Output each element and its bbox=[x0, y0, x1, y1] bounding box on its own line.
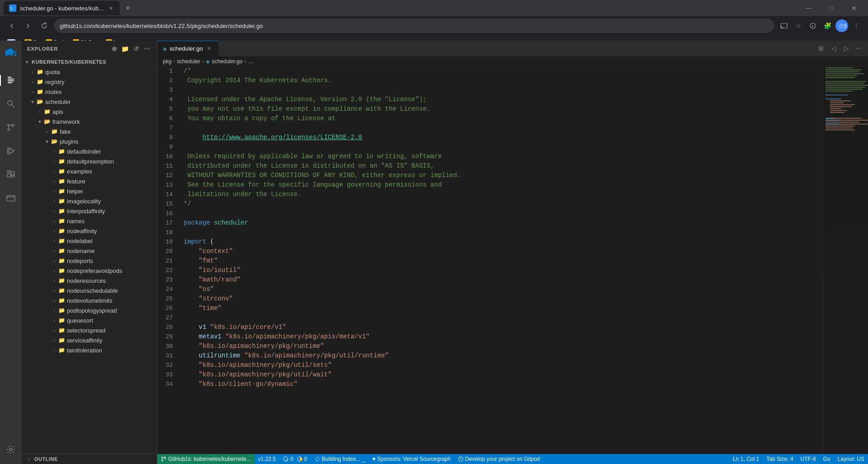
status-building[interactable]: Building Index... _ bbox=[311, 454, 369, 464]
tree-root[interactable]: ▼ KUBERNETES/KUBERNETES bbox=[22, 57, 157, 67]
tree-item-feature[interactable]: › 📁 feature bbox=[22, 176, 157, 186]
new-file-button[interactable]: ⊕ bbox=[110, 44, 119, 53]
extensions-button[interactable]: 🧩 bbox=[821, 19, 834, 32]
activity-search[interactable] bbox=[0, 93, 22, 115]
url-bar[interactable]: github1s.com/kubernetes/kubernetes/blob/… bbox=[54, 19, 774, 33]
tree-item-defaultbinder[interactable]: › 📁 defaultbinder bbox=[22, 146, 157, 156]
tree-item-scheduler[interactable]: ▼ 📂 scheduler bbox=[22, 97, 157, 107]
breadcrumb-file[interactable]: ◈ scheduler.go bbox=[206, 58, 242, 65]
tree-item-quota[interactable]: › 📁 quota bbox=[22, 67, 157, 77]
tab-close-button[interactable]: ✕ bbox=[107, 5, 114, 12]
tree-item-nodevolumelimits[interactable]: › 📁 nodevolumelimits bbox=[22, 295, 157, 305]
tree-item-registry[interactable]: › 📁 registry bbox=[22, 77, 157, 87]
more-actions-button[interactable]: ⋯ bbox=[854, 43, 864, 54]
serviceaffinity-label: serviceaffinity bbox=[67, 337, 103, 344]
code-line-14: limitations under the License. bbox=[184, 190, 823, 199]
code-content[interactable]: /* Copyright 2014 The Kubernetes Authors… bbox=[180, 66, 823, 454]
editor-area: ◈ scheduler.go ✕ ⊞ ◁ ▷ ⋯ pkg › scheduler… bbox=[157, 41, 868, 464]
svg-text:已暂: 已暂 bbox=[839, 23, 846, 28]
code-line-28: v1 "k8s.io/api/core/v1" bbox=[184, 323, 823, 332]
cast-button[interactable] bbox=[778, 19, 790, 32]
tree-item-nodeports[interactable]: › 📁 nodeports bbox=[22, 256, 157, 266]
copilot-button[interactable]: ✦ bbox=[807, 19, 819, 32]
status-gitpod[interactable]: Develop your project on Gitpod bbox=[454, 454, 543, 464]
tree-item-nodeaffinity[interactable]: › 📁 nodeaffinity bbox=[22, 226, 157, 236]
minimize-button[interactable]: — bbox=[798, 1, 819, 15]
more-button[interactable]: ⋮ bbox=[850, 19, 863, 32]
svg-rect-21 bbox=[7, 171, 10, 173]
svg-point-55 bbox=[162, 457, 163, 459]
back-button[interactable] bbox=[5, 19, 18, 32]
activity-extensions[interactable] bbox=[0, 164, 22, 185]
tree-item-tainttoleration[interactable]: › 📁 tainttoleration bbox=[22, 345, 157, 355]
code-line-21: "fmt" bbox=[184, 256, 823, 266]
activity-source-control[interactable] bbox=[0, 117, 22, 138]
status-left: GitHub1s: kubernetes/kubernete... v1.22.… bbox=[157, 454, 543, 464]
tree-item-routes[interactable]: › 📁 routes bbox=[22, 87, 157, 97]
collapse-all-button[interactable]: ⋯ bbox=[142, 44, 151, 53]
maximize-button[interactable]: □ bbox=[821, 1, 842, 15]
split-right-button[interactable]: ▷ bbox=[841, 43, 852, 54]
activity-explorer[interactable] bbox=[0, 70, 22, 91]
split-editor-button[interactable]: ⊞ bbox=[816, 43, 826, 54]
nodeports-icon: 📁 bbox=[58, 257, 65, 264]
warnings-label: 0 bbox=[304, 456, 307, 462]
tree-item-imagelocality[interactable]: › 📁 imagelocality bbox=[22, 196, 157, 206]
status-sponsors[interactable]: ♥ Sponsors: Vercel Sourcegraph bbox=[369, 454, 454, 464]
editor-tab-scheduler[interactable]: ◈ scheduler.go ✕ bbox=[157, 41, 219, 56]
status-encoding[interactable]: UTF-8 bbox=[797, 454, 820, 464]
tree-item-nodename[interactable]: › 📁 nodename bbox=[22, 246, 157, 256]
toggle-panel-button[interactable]: ◁ bbox=[828, 43, 839, 54]
status-git[interactable]: GitHub1s: kubernetes/kubernete... bbox=[157, 454, 255, 464]
breadcrumb-scheduler[interactable]: scheduler bbox=[177, 58, 200, 65]
svg-point-63 bbox=[458, 457, 463, 461]
outline-header[interactable]: › OUTLINE bbox=[22, 454, 157, 464]
status-layout[interactable]: Layout: US bbox=[834, 454, 868, 464]
tree-item-defaultpreemption[interactable]: › 📁 defaultpreemption bbox=[22, 156, 157, 166]
svg-rect-25 bbox=[826, 69, 862, 70]
building-label: Building Index... bbox=[322, 456, 360, 462]
tab-title: scheduler.go - kubernetes/kub... bbox=[20, 5, 104, 12]
refresh-button[interactable] bbox=[38, 19, 51, 32]
tree-item-nodeunschedulable[interactable]: › 📁 nodeunschedulable bbox=[22, 286, 157, 295]
close-window-button[interactable]: ✕ bbox=[844, 1, 864, 15]
activity-run[interactable] bbox=[0, 140, 22, 162]
tree-item-fake[interactable]: › 📁 fake bbox=[22, 127, 157, 136]
status-errors[interactable]: ⚠ 0 🔔 0 bbox=[279, 454, 311, 464]
bookmark-button[interactable]: ☆ bbox=[792, 19, 805, 32]
tree-item-nodelabel[interactable]: › 📁 nodelabel bbox=[22, 236, 157, 246]
tree-item-names[interactable]: › 📁 names bbox=[22, 216, 157, 226]
svg-rect-40 bbox=[830, 104, 855, 105]
tree-item-serviceaffinity[interactable]: › 📁 serviceaffinity bbox=[22, 335, 157, 345]
active-tab[interactable]: S scheduler.go - kubernetes/kub... ✕ bbox=[4, 1, 120, 15]
breadcrumb-pkg[interactable]: pkg bbox=[163, 58, 171, 65]
new-tab-button[interactable]: + bbox=[122, 2, 134, 14]
url-actions: ☆ ✦ 🧩 已暂 ⋮ bbox=[778, 19, 863, 32]
tree-item-examples[interactable]: › 📁 examples bbox=[22, 166, 157, 176]
new-folder-button[interactable]: 📁 bbox=[121, 44, 130, 53]
tree-item-selectorspread[interactable]: › 📁 selectorspread bbox=[22, 325, 157, 335]
refresh-explorer-button[interactable]: ↺ bbox=[132, 44, 141, 53]
status-tabsize[interactable]: Tab Size: 4 bbox=[763, 454, 797, 464]
tree-item-interpodaffinity[interactable]: › 📁 interpodaffinity bbox=[22, 206, 157, 216]
tab-close-button[interactable]: ✕ bbox=[206, 45, 213, 52]
profile-button[interactable]: 已暂 bbox=[835, 19, 848, 32]
status-version[interactable]: v1.22.5 bbox=[255, 454, 279, 464]
activity-remote[interactable] bbox=[0, 187, 22, 209]
tree-item-apis[interactable]: › 📁 apis bbox=[22, 107, 157, 117]
status-position[interactable]: Ln 1, Col 1 bbox=[729, 454, 763, 464]
tree-item-podtopologyspread[interactable]: › 📁 podtopologyspread bbox=[22, 305, 157, 315]
tree-item-nodepreferavoidpods[interactable]: › 📁 nodepreferavoidpods bbox=[22, 266, 157, 276]
scheduler-chevron: ▼ bbox=[29, 98, 36, 105]
tree-item-noderesources[interactable]: › 📁 noderesources bbox=[22, 276, 157, 286]
tree-item-plugins[interactable]: ▼ 📂 plugins bbox=[22, 136, 157, 146]
line-num-5: 5 bbox=[157, 104, 176, 114]
tree-item-framework[interactable]: ▼ 📂 framework bbox=[22, 117, 157, 127]
forward-button[interactable] bbox=[22, 19, 34, 32]
tree-item-helper[interactable]: › 📁 helper bbox=[22, 186, 157, 196]
podtopologyspread-chevron: › bbox=[51, 307, 58, 314]
activity-settings[interactable] bbox=[0, 439, 22, 460]
tree-item-queuesort[interactable]: › 📁 queuesort bbox=[22, 315, 157, 325]
breadcrumb-ellipsis[interactable]: … bbox=[248, 58, 253, 65]
status-language[interactable]: Go bbox=[820, 454, 834, 464]
